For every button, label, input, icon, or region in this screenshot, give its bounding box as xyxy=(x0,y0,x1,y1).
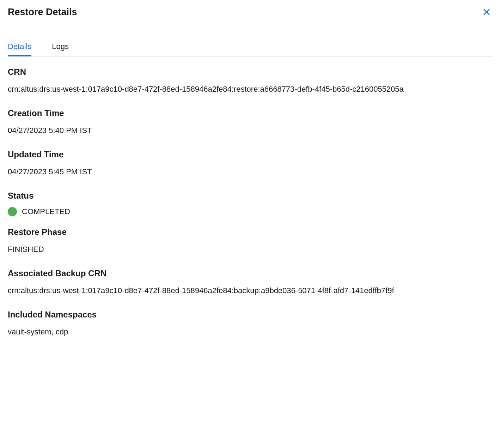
close-icon xyxy=(482,8,491,16)
status-row: COMPLETED xyxy=(8,206,492,217)
status-indicator-icon xyxy=(8,207,17,216)
field-creation-time-value: 04/27/2023 5:40 PM IST xyxy=(8,125,492,136)
tab-details[interactable]: Details xyxy=(8,42,31,56)
field-updated-time: Updated Time 04/27/2023 5:45 PM IST xyxy=(8,150,492,177)
field-updated-time-label: Updated Time xyxy=(8,150,492,159)
field-updated-time-value: 04/27/2023 5:45 PM IST xyxy=(8,166,492,177)
field-included-namespaces: Included Namespaces vault-system, cdp xyxy=(8,310,492,338)
modal-header: Restore Details xyxy=(0,0,500,24)
field-status: Status COMPLETED xyxy=(8,191,492,217)
field-associated-backup-crn-label: Associated Backup CRN xyxy=(8,268,492,278)
field-included-namespaces-value: vault-system, cdp xyxy=(8,326,492,338)
field-included-namespaces-label: Included Namespaces xyxy=(8,310,492,320)
field-status-value: COMPLETED xyxy=(22,206,70,217)
field-status-label: Status xyxy=(8,191,492,201)
field-creation-time: Creation Time 04/27/2023 5:40 PM IST xyxy=(8,108,492,136)
field-crn-value: crn:altus:drs:us-west-1:017a9c10-d8e7-47… xyxy=(8,83,492,95)
modal-content: Details Logs CRN crn:altus:drs:us-west-1… xyxy=(0,24,500,359)
field-restore-phase-value: FINISHED xyxy=(8,243,492,255)
tab-logs[interactable]: Logs xyxy=(52,42,69,56)
field-restore-phase-label: Restore Phase xyxy=(8,227,492,237)
field-restore-phase: Restore Phase FINISHED xyxy=(8,227,492,255)
modal-title: Restore Details xyxy=(8,7,77,18)
field-crn-label: CRN xyxy=(8,67,492,77)
field-crn: CRN crn:altus:drs:us-west-1:017a9c10-d8e… xyxy=(8,67,492,95)
field-creation-time-label: Creation Time xyxy=(8,108,492,118)
close-button[interactable] xyxy=(481,6,492,18)
tabs-bar: Details Logs xyxy=(8,42,492,56)
field-associated-backup-crn: Associated Backup CRN crn:altus:drs:us-w… xyxy=(8,268,492,296)
field-associated-backup-crn-value: crn:altus:drs:us-west-1:017a9c10-d8e7-47… xyxy=(8,285,492,296)
